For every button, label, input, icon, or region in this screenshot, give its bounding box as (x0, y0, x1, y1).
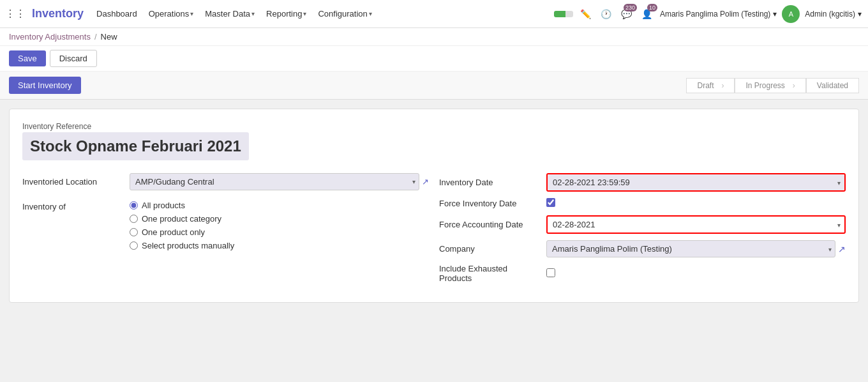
inventory-date-select[interactable]: 02-28-2021 23:59:59 (548, 174, 844, 190)
inventory-of-row: Inventory of All products One product ca… (22, 198, 429, 250)
nav-master-data[interactable]: Master Data ▾ (200, 0, 260, 28)
save-button[interactable]: Save (9, 50, 46, 66)
inventoried-location-select[interactable]: AMP/Gudang Central (130, 173, 419, 190)
chevron-down-icon: ▾ (858, 10, 862, 19)
include-exhausted-label: Include Exhausted Products (439, 264, 541, 283)
external-link-icon[interactable]: ↗ (422, 177, 429, 187)
admin-profile[interactable]: Admin (kgcitis) ▾ (805, 10, 862, 19)
inventory-of-options: All products One product category One pr… (130, 201, 429, 250)
include-exhausted-row: Include Exhausted Products (439, 264, 846, 283)
inventory-date-value: 02-28-2021 23:59:59 ▾ (546, 173, 846, 192)
discard-button[interactable]: Discard (50, 50, 97, 67)
inventory-reference-label: Inventory Reference (22, 122, 846, 131)
admin-name: Admin (kgcitis) (805, 10, 855, 19)
clock-icon[interactable]: 🕐 (599, 6, 614, 22)
company-external-link-icon[interactable]: ↗ (838, 244, 846, 254)
user-icon[interactable]: 👤 10 (640, 6, 655, 22)
status-draft-label: Draft (697, 81, 714, 90)
inventory-of-label: Inventory of (22, 198, 124, 211)
start-inventory-button[interactable]: Start Inventory (9, 77, 81, 94)
arrow-icon: › (721, 81, 724, 90)
app-brand: Inventory (32, 7, 84, 20)
inventory-date-row: Inventory Date 02-28-2021 23:59:59 ▾ (439, 173, 846, 192)
toolbar: Save Discard (0, 46, 868, 72)
force-accounting-date-row: Force Accounting Date 02-28-2021 ▾ (439, 215, 846, 234)
breadcrumb: Inventory Adjustments / New (0, 28, 868, 46)
radio-select-manually[interactable]: Select products manually (130, 241, 429, 250)
inventory-name[interactable]: Stock Opname Februari 2021 (22, 132, 249, 160)
user-name: Amaris Panglima Polim (Testing) (660, 10, 770, 19)
chevron-down-icon: ▾ (251, 0, 255, 28)
chat-icon[interactable]: 💬 230 (619, 6, 634, 22)
status-validated-label: Validated (817, 81, 848, 90)
company-label: Company (439, 244, 541, 254)
avatar[interactable]: A (782, 5, 800, 23)
arrow-icon: › (793, 81, 795, 90)
nav-dashboard[interactable]: Dashboard (91, 0, 142, 28)
include-exhausted-checkbox[interactable] (546, 268, 555, 277)
status-bar (554, 11, 573, 17)
edit-icon[interactable]: ✏️ (578, 6, 594, 22)
force-accounting-date-value: 02-28-2021 ▾ (546, 215, 846, 234)
chat-badge-count: 230 (624, 4, 637, 11)
user-profile[interactable]: Amaris Panglima Polim (Testing) ▾ (660, 10, 777, 19)
chevron-down-icon: ▾ (773, 10, 777, 19)
status-steps: Draft › In Progress › Validated (686, 78, 859, 93)
breadcrumb-parent[interactable]: Inventory Adjustments (9, 32, 91, 42)
nav-configuration[interactable]: Configuration ▾ (313, 0, 377, 28)
chevron-down-icon: ▾ (190, 0, 193, 28)
force-accounting-date-select[interactable]: 02-28-2021 (548, 217, 844, 233)
company-row: Company Amaris Panglima Polim (Testing) … (439, 240, 846, 257)
force-inventory-date-row: Force Inventory Date (439, 198, 846, 209)
user-badge-count: 10 (647, 4, 657, 11)
status-step-draft: Draft › (686, 78, 735, 93)
force-inventory-date-value (546, 198, 846, 209)
radio-one-product-only[interactable]: One product only (130, 227, 429, 237)
nav-operations[interactable]: Operations ▾ (144, 0, 199, 28)
force-accounting-date-label: Force Accounting Date (439, 220, 541, 229)
company-select[interactable]: Amaris Panglima Polim (Testing) (546, 240, 835, 257)
grid-icon[interactable]: ⋮⋮ (6, 5, 24, 23)
inventory-date-label: Inventory Date (439, 178, 541, 187)
topnav-menu: Dashboard Operations ▾ Master Data ▾ Rep… (91, 0, 377, 28)
right-column: Inventory Date 02-28-2021 23:59:59 ▾ For… (439, 173, 846, 289)
force-inventory-date-label: Force Inventory Date (439, 199, 541, 208)
status-step-validated: Validated (806, 78, 859, 93)
breadcrumb-current: New (101, 32, 117, 42)
form-grid: Inventoried Location AMP/Gudang Central … (22, 173, 846, 289)
inventoried-location-row: Inventoried Location AMP/Gudang Central … (22, 173, 429, 190)
topnav: ⋮⋮ Inventory Dashboard Operations ▾ Mast… (0, 0, 868, 28)
status-step-in-progress: In Progress › (735, 78, 805, 93)
breadcrumb-separator: / (94, 32, 97, 42)
include-exhausted-value (546, 268, 846, 279)
topnav-right: ✏️ 🕐 💬 230 👤 10 Amaris Panglima Polim (T… (554, 5, 862, 23)
force-inventory-date-checkbox[interactable] (546, 198, 555, 207)
inventoried-location-value: AMP/Gudang Central ▾ ↗ (130, 173, 429, 190)
chevron-down-icon: ▾ (369, 0, 372, 28)
radio-all-products[interactable]: All products (130, 201, 429, 210)
nav-reporting[interactable]: Reporting ▾ (261, 0, 311, 28)
main-content: Inventory Reference Stock Opname Februar… (0, 100, 868, 312)
form-card: Inventory Reference Stock Opname Februar… (9, 109, 859, 303)
radio-one-product-category[interactable]: One product category (130, 214, 429, 224)
left-column: Inventoried Location AMP/Gudang Central … (22, 173, 429, 289)
chevron-down-icon: ▾ (303, 0, 306, 28)
action-bar: Start Inventory Draft › In Progress › Va… (0, 72, 868, 100)
company-value: Amaris Panglima Polim (Testing) ▾ ↗ (546, 240, 846, 257)
inventoried-location-label: Inventoried Location (22, 173, 124, 187)
status-in-progress-label: In Progress (745, 81, 784, 90)
